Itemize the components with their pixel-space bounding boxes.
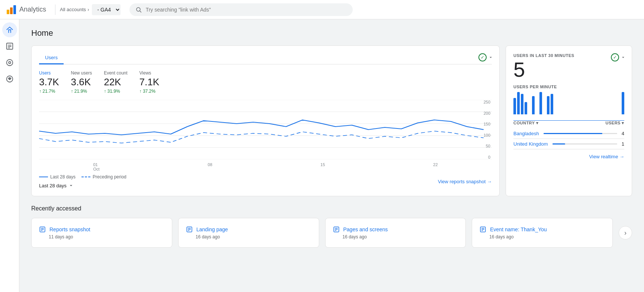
bar-item (551, 94, 553, 114)
legend-solid: Last 28 days (39, 174, 76, 180)
date-dropdown-icon (68, 182, 74, 188)
metric-new-users-value: 3.6K (71, 76, 92, 88)
realtime-check-icon: ✓ (611, 53, 619, 61)
landing-page-icon (186, 226, 193, 233)
dropdown-arrow-icon (488, 55, 493, 60)
metric-events-change: ↑ 31.9% (104, 89, 127, 94)
legend-dashed: Preceding period (81, 174, 126, 180)
bar-item (539, 92, 542, 114)
main-content: Home ↗ Users ✓ Users 3.7K ↑ 21.7% (19, 19, 644, 292)
legend-solid-line (39, 177, 48, 177)
recently-title: Recently accessed (31, 205, 632, 212)
realtime-number: 5 (513, 59, 624, 80)
stats-card: Users ✓ Users 3.7K ↑ 21.7% New users 3.6… (31, 45, 500, 196)
cards-row: Users ✓ Users 3.7K ↑ 21.7% New users 3.6… (31, 45, 632, 196)
check-dropdown[interactable]: ✓ (478, 53, 493, 61)
metric-users-label: Users (39, 70, 59, 76)
event-thankyou-icon (480, 226, 486, 233)
realtime-dropdown-icon (621, 55, 626, 60)
realtime-check-dropdown[interactable]: ✓ (611, 53, 626, 61)
recently-card-subtitle-3: 16 days ago (489, 234, 605, 239)
recently-card-landing-page[interactable]: Landing page 16 days ago (178, 218, 319, 248)
country-users-uk: 1 (622, 141, 624, 147)
explore-icon (6, 58, 14, 67)
all-accounts-link[interactable]: All accounts › (60, 7, 89, 12)
search-input[interactable] (146, 7, 347, 13)
legend-dashed-line (81, 177, 90, 177)
sidebar-item-advertising[interactable] (2, 72, 17, 86)
recently-card-title-2: Pages and screens (343, 226, 388, 232)
search-bar (129, 3, 353, 16)
accounts-label: All accounts (60, 7, 86, 12)
chart-x-labels: 01Oct 08 15 22 (39, 162, 492, 171)
chart-footer: Last 28 days Preceding period Last 28 da… (39, 174, 492, 188)
recently-card-event-thankyou[interactable]: Event name: Thank_You 16 days ago (472, 218, 613, 248)
svg-rect-2 (13, 5, 16, 14)
metric-views-value: 7.1K (140, 76, 160, 88)
bar-item (517, 92, 520, 114)
country-bar-wrap-uk (552, 143, 617, 145)
bar-item (521, 94, 523, 114)
users-col-header[interactable]: USERS ▾ (606, 121, 624, 126)
recently-card-subtitle-1: 16 days ago (196, 234, 311, 239)
metric-users-change: ↑ 21.7% (39, 89, 59, 94)
svg-point-10 (6, 60, 13, 66)
metric-users: Users 3.7K ↑ 21.7% (39, 70, 59, 94)
country-bar-fill-uk (552, 143, 565, 145)
advertising-icon (6, 75, 14, 83)
bars-container (513, 92, 624, 114)
logo: Analytics (6, 4, 51, 15)
recently-card-title-3: Event name: Thank_You (490, 226, 547, 232)
metric-views-label: Views (140, 70, 160, 76)
country-col-header[interactable]: COUNTRY ▾ (513, 121, 538, 126)
recently-card-reports-snapshot[interactable]: Reports snapshot 11 days ago (31, 218, 172, 248)
country-row-bangladesh: Bangladesh 4 (513, 128, 624, 139)
realtime-title: USERS IN LAST 30 MINUTES (513, 53, 624, 58)
search-icon (135, 6, 142, 13)
property-selector[interactable]: - GA4 (92, 4, 121, 15)
sidebar-item-reports[interactable] (2, 39, 17, 54)
metrics-row: Users 3.7K ↑ 21.7% New users 3.6K ↑ 21.9… (39, 70, 492, 94)
recently-card-header-0: Reports snapshot (39, 226, 164, 233)
chart-y-labels: 250 200 150 100 50 0 (484, 100, 492, 159)
accounts-arrow-icon: › (87, 7, 89, 12)
bar-item (547, 96, 550, 114)
metric-views: Views 7.1K ↑ 37.2% (140, 70, 160, 94)
recently-card-pages-screens[interactable]: Pages and screens 16 days ago (325, 218, 466, 248)
bar-item (525, 102, 527, 114)
country-users-bangladesh: 4 (622, 131, 624, 136)
legend-solid-label: Last 28 days (50, 174, 76, 180)
date-range-label: Last 28 days (39, 183, 67, 188)
country-bar-wrap-bangladesh (544, 133, 617, 134)
home-icon (6, 26, 14, 34)
recently-card-subtitle-0: 11 days ago (49, 234, 164, 239)
recently-accessed-section: Recently accessed Reports snapshot 11 da… (31, 205, 632, 248)
pages-screens-icon (333, 226, 340, 233)
recently-card-title-1: Landing page (196, 226, 228, 232)
country-name-uk[interactable]: United Kingdom (513, 141, 548, 147)
country-row-uk: United Kingdom 1 (513, 139, 624, 149)
recently-nav-arrow[interactable]: › (619, 226, 632, 239)
sidebar-item-explore[interactable] (2, 55, 17, 70)
view-realtime-link[interactable]: View realtime → (589, 154, 624, 159)
page-title: Home (31, 28, 632, 38)
country-name-bangladesh[interactable]: Bangladesh (513, 131, 539, 136)
bar-item (622, 92, 624, 114)
metric-events-label: Event count (104, 70, 127, 76)
country-bar-fill-bangladesh (544, 133, 602, 134)
metric-new-users: New users 3.6K ↑ 21.9% (71, 70, 92, 94)
date-range-selector[interactable]: Last 28 days (39, 182, 126, 188)
realtime-subtitle: USERS PER MINUTE (513, 85, 624, 89)
recently-cards: Reports snapshot 11 days ago Landing pag… (31, 218, 632, 248)
metric-events: Event count 22K ↑ 31.9% (104, 70, 127, 94)
view-reports-link[interactable]: View reports snapshot → (438, 179, 492, 184)
recently-card-header-2: Pages and screens (333, 226, 458, 233)
metric-new-users-change: ↑ 21.9% (71, 89, 92, 94)
bar-item (532, 96, 535, 114)
reports-snapshot-icon (39, 226, 46, 233)
recently-card-title-0: Reports snapshot (49, 226, 90, 232)
realtime-bar-chart (513, 92, 624, 121)
sidebar-item-home[interactable] (2, 22, 17, 37)
tab-users[interactable]: Users (39, 52, 64, 64)
svg-rect-0 (7, 10, 9, 14)
